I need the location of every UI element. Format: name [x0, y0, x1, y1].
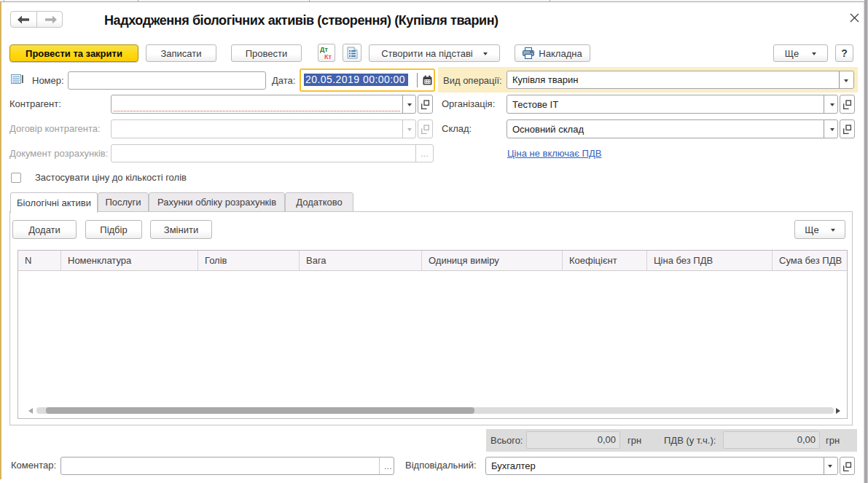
svg-text:Кт: Кт	[324, 53, 332, 60]
svg-text:Дт: Дт	[320, 46, 328, 53]
